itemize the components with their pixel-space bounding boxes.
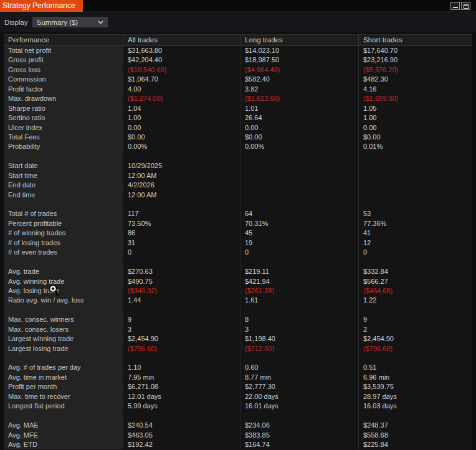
row-value: $219.11 (240, 267, 358, 276)
table-row[interactable]: Ulcer index0.000.000.00 (4, 123, 472, 133)
row-value: 9 (358, 315, 472, 324)
row-value: 0.01% (358, 142, 472, 151)
title-bar: Strategy Performance (0, 0, 476, 12)
row-value: $31,663.80 (123, 46, 240, 55)
row-value: 1.05 (358, 104, 472, 113)
row-value (240, 180, 358, 190)
row-value: 31 (123, 238, 240, 248)
row-value: $248.37 (358, 421, 472, 430)
row-value: ($712.60) (240, 344, 358, 354)
table-row[interactable]: Max. drawdown($1,274.00)($1,622.60)($1,6… (4, 94, 472, 103)
table-row[interactable]: Avg. # of trades per day1.100.600.51 (4, 363, 472, 372)
display-dropdown[interactable]: Summary ($) (32, 17, 108, 27)
table-header-row: Performance All trades Long trades Short… (4, 35, 472, 46)
table-row[interactable] (4, 411, 472, 421)
table-row[interactable] (4, 258, 472, 267)
row-value: $23,216.90 (358, 55, 472, 65)
table-row[interactable]: # of losing trades311912 (4, 238, 472, 248)
row-label: Max. consec. losers (4, 325, 123, 334)
row-label: Largest losing trade (4, 344, 123, 354)
table-row[interactable]: Longest flat period5.99 days16.01 days16… (4, 401, 472, 411)
table-row[interactable]: Sharpe ratio1.041.011.05 (4, 104, 472, 113)
row-value: ($796.60) (123, 344, 240, 354)
row-value (358, 190, 472, 200)
row-value: 0.00 (240, 123, 358, 133)
row-label: Avg. losing trade (4, 286, 123, 296)
row-value: $490.75 (123, 277, 240, 286)
table-row[interactable]: Avg. MAE$240.54$234.06$248.37 (4, 421, 472, 430)
row-value: 8 (240, 315, 358, 324)
table-row[interactable]: Probability0.00%0.00%0.01% (4, 142, 472, 151)
row-value: $164.74 (240, 440, 358, 449)
row-value: $17,640.70 (358, 46, 472, 55)
row-value: 117 (123, 209, 240, 218)
table-row[interactable]: Sortino ratio1.0026.641.00 (4, 113, 472, 123)
row-label: Sortino ratio (4, 113, 123, 123)
row-value: 4.00 (123, 85, 240, 94)
table-row[interactable]: Gross loss($10,540.60)($4,964.40)($5,576… (4, 65, 472, 75)
table-row[interactable]: Largest winning trade$2,454.90$1,198.40$… (4, 334, 472, 344)
row-value: $332.84 (358, 267, 472, 276)
minimize-button[interactable] (450, 2, 460, 10)
row-value: 1.10 (123, 363, 240, 372)
table-row[interactable]: Profit factor4.003.824.16 (4, 85, 472, 94)
table-row[interactable]: Max. time to recover12.01 days22.00 days… (4, 392, 472, 401)
table-row[interactable]: Avg. winning trade$490.75$421.94$566.27 (4, 277, 472, 286)
row-value: 0.00 (123, 123, 240, 133)
table-row[interactable]: Gross profit$42,204.40$18,987.50$23,216.… (4, 55, 472, 65)
table-row[interactable]: Total # of trades1176453 (4, 209, 472, 218)
row-value: 2 (358, 325, 472, 334)
table-row[interactable]: # of winning trades864541 (4, 228, 472, 238)
row-value: $1,064.70 (123, 75, 240, 84)
table-row[interactable]: Commission$1,064.70$582.40$482.30 (4, 75, 472, 84)
table-row[interactable]: Start date10/29/2025 (4, 161, 472, 171)
table-row[interactable] (4, 306, 472, 315)
table-row[interactable]: End time12:00 AM (4, 190, 472, 200)
row-value: ($464.68) (358, 286, 472, 296)
row-label: # of winning trades (4, 228, 123, 238)
table-row[interactable]: Avg. losing trade($340.02)($261.28)($464… (4, 286, 472, 296)
row-value: 7.95 min (123, 373, 240, 382)
row-label (4, 306, 123, 315)
table-row[interactable]: Total Fees$0.00$0.00$0.00 (4, 133, 472, 142)
table-row[interactable]: Total net profit$31,663.80$14,023.10$17,… (4, 46, 472, 55)
row-label: Max. consec. winners (4, 315, 123, 324)
row-label: Avg. ETD (4, 440, 123, 449)
table-row[interactable]: Avg. MFE$463.05$383.85$558.68 (4, 431, 472, 440)
row-value (358, 411, 472, 421)
row-value: $0.00 (123, 133, 240, 142)
table-row[interactable] (4, 152, 472, 161)
table-row[interactable]: End date4/2/2026 (4, 180, 472, 190)
row-value: 77.36% (358, 219, 472, 228)
row-value: 4.16 (358, 85, 472, 94)
maximize-button[interactable] (461, 2, 470, 10)
table-row[interactable]: Ratio avg. win / avg. loss1.441.611.22 (4, 296, 472, 305)
table-row[interactable]: Max. consec. winners989 (4, 315, 472, 324)
table-row[interactable]: Max. consec. losers332 (4, 325, 472, 334)
row-value: 22.00 days (240, 392, 358, 401)
row-value (240, 306, 358, 315)
table-row[interactable]: Avg. trade$270.63$219.11$332.84 (4, 267, 472, 276)
row-label: Commission (4, 75, 123, 84)
row-label (4, 152, 123, 161)
table-row[interactable]: Largest losing trade($796.60)($712.60)($… (4, 344, 472, 354)
table-row[interactable]: Start time12:00 AM (4, 171, 472, 180)
table-row[interactable] (4, 200, 472, 209)
table-row[interactable]: Avg. ETD$192.42$164.74$225.84 (4, 440, 472, 449)
table-row[interactable] (4, 354, 472, 363)
table-row[interactable]: Percent profitable73.50%70.31%77.36% (4, 219, 472, 228)
row-value: $0.00 (358, 133, 472, 142)
row-value: ($4,964.40) (240, 65, 358, 75)
row-value: $42,204.40 (123, 55, 240, 65)
row-label: Percent profitable (4, 219, 123, 228)
table-row[interactable]: # of even trades000 (4, 248, 472, 257)
row-value: $463.05 (123, 431, 240, 440)
row-value: 3 (123, 325, 240, 334)
row-value: $18,987.50 (240, 55, 358, 65)
row-value (358, 152, 472, 161)
table-row[interactable]: Profit per month$6,271.08$2,777.30$3,539… (4, 382, 472, 391)
chevron-down-icon (98, 21, 103, 24)
table-row[interactable]: Avg. time in market7.95 min8.77 min6.96 … (4, 373, 472, 382)
row-value: 4/2/2026 (123, 180, 240, 190)
row-value: 0.51 (358, 363, 472, 372)
